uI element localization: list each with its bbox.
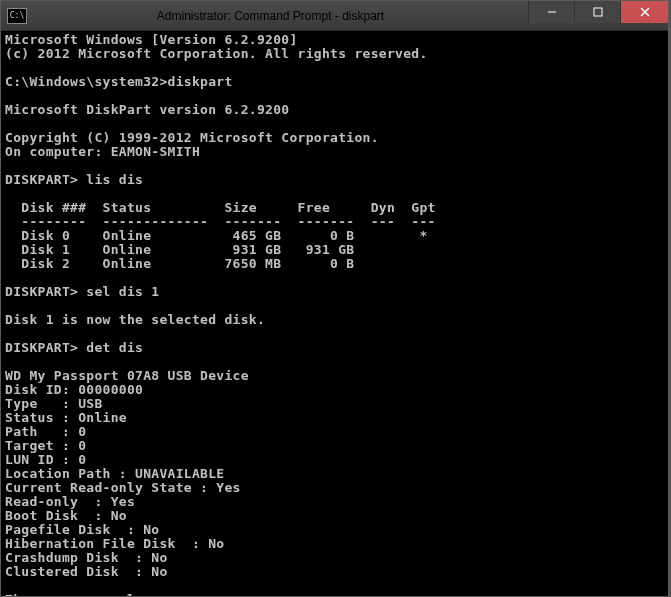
terminal-line [5,271,664,285]
terminal-line: Disk 1 Online 931 GB 931 GB [5,243,664,257]
terminal-line: (c) 2012 Microsoft Corporation. All righ… [5,47,664,61]
command-prompt-window: C:\ Administrator: Command Prompt - disk… [0,0,669,597]
terminal-line [5,61,664,75]
close-icon [640,7,650,17]
svg-rect-1 [594,8,602,16]
terminal-line: Read-only : Yes [5,495,664,509]
terminal-line: Disk 2 Online 7650 MB 0 B [5,257,664,271]
terminal-line: Current Read-only State : Yes [5,481,664,495]
terminal-line: Disk ### Status Size Free Dyn Gpt [5,201,664,215]
terminal-line: WD My Passport 07A8 USB Device [5,369,664,383]
maximize-button[interactable] [574,1,620,23]
terminal-line: LUN ID : 0 [5,453,664,467]
terminal-line: DISKPART> sel dis 1 [5,285,664,299]
terminal-line: Microsoft Windows [Version 6.2.9200] [5,33,664,47]
terminal-line [5,159,664,173]
terminal-line [5,117,664,131]
terminal-line: DISKPART> lis dis [5,173,664,187]
terminal-line: DISKPART> det dis [5,341,664,355]
terminal-line: Clustered Disk : No [5,565,664,579]
minimize-button[interactable] [528,1,574,23]
terminal-line: Location Path : UNAVAILABLE [5,467,664,481]
terminal-line: Crashdump Disk : No [5,551,664,565]
terminal-line [5,579,664,593]
terminal-line [5,89,664,103]
terminal-line: Pagefile Disk : No [5,523,664,537]
terminal-line: Type : USB [5,397,664,411]
terminal-line: Path : 0 [5,425,664,439]
terminal-line: Hibernation File Disk : No [5,537,664,551]
terminal-output[interactable]: Microsoft Windows [Version 6.2.9200](c) … [1,31,668,596]
terminal-line: Status : Online [5,411,664,425]
terminal-line: On computer: EAMON-SMITH [5,145,664,159]
terminal-line: -------- ------------- ------- ------- -… [5,215,664,229]
window-controls [528,1,668,30]
maximize-icon [593,7,603,17]
terminal-line: Disk 1 is now the selected disk. [5,313,664,327]
terminal-line: Microsoft DiskPart version 6.2.9200 [5,103,664,117]
minimize-icon [547,7,557,17]
terminal-line [5,187,664,201]
window-title: Administrator: Command Prompt - diskpart [33,9,528,23]
close-button[interactable] [620,1,668,23]
terminal-line [5,299,664,313]
app-icon: C:\ [7,8,27,24]
terminal-line: There are no volumes. [5,593,664,596]
terminal-line: Disk 0 Online 465 GB 0 B * [5,229,664,243]
terminal-line [5,355,664,369]
terminal-line: Disk ID: 00000000 [5,383,664,397]
titlebar[interactable]: C:\ Administrator: Command Prompt - disk… [1,1,668,31]
terminal-line: Target : 0 [5,439,664,453]
terminal-line [5,327,664,341]
terminal-line: C:\Windows\system32>diskpart [5,75,664,89]
terminal-line: Copyright (C) 1999-2012 Microsoft Corpor… [5,131,664,145]
terminal-line: Boot Disk : No [5,509,664,523]
